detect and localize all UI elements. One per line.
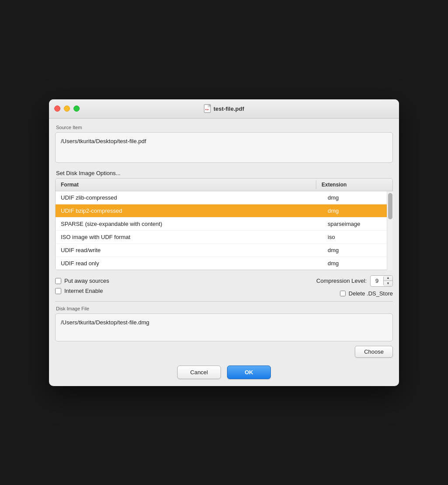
format-cell: UDIF bzip2-compressed xyxy=(56,204,322,217)
compression-stepper: 9 ▲ ▼ xyxy=(370,275,393,287)
format-cell: UDIF read only xyxy=(56,257,322,270)
format-cell: UDIF read/write xyxy=(56,244,322,257)
put-away-sources-input[interactable] xyxy=(55,278,61,284)
compression-value: 9 xyxy=(371,277,384,285)
put-away-sources-checkbox[interactable]: Put away sources xyxy=(55,278,224,284)
close-button[interactable] xyxy=(54,105,60,112)
table-row[interactable]: UDIF zlib-compressed dmg xyxy=(56,191,392,204)
maximize-button[interactable] xyxy=(74,105,80,112)
cancel-button[interactable]: Cancel xyxy=(177,366,221,379)
table-row[interactable]: UDIF bzip2-compressed dmg xyxy=(56,204,392,218)
window-title: test-file.pdf xyxy=(214,105,244,112)
checkbox-group: Put away sources Internet Enable xyxy=(55,278,224,294)
ext-cell: dmg xyxy=(322,244,392,257)
delete-ds-store-input[interactable] xyxy=(340,291,346,296)
titlebar-title: PDF test-file.pdf xyxy=(204,104,244,113)
ok-button[interactable]: OK xyxy=(227,366,271,379)
format-table-wrapper: Format Extension UDIF zlib-compressed dm… xyxy=(55,178,393,270)
table-row[interactable]: UDIF read only dmg xyxy=(56,257,392,270)
file-icon: PDF xyxy=(204,104,211,113)
disk-image-path: /Users/tkurita/Desktop/test-file.dmg xyxy=(61,319,149,326)
ext-cell: iso xyxy=(322,231,392,243)
compression-group: Compression Level: 9 ▲ ▼ xyxy=(316,275,393,287)
options-row: Put away sources Internet Enable Compres… xyxy=(55,275,393,297)
disk-image-file-box: /Users/tkurita/Desktop/test-file.dmg xyxy=(55,313,393,341)
stepper-buttons: ▲ ▼ xyxy=(384,276,392,286)
ext-cell: dmg xyxy=(322,204,392,217)
stepper-down-button[interactable]: ▼ xyxy=(384,281,392,286)
main-window: PDF test-file.pdf Source Item /Users/tku… xyxy=(49,99,399,386)
content: Source Item /Users/tkurita/Desktop/test-… xyxy=(49,119,399,386)
col-format-header: Format xyxy=(56,180,316,189)
col-extension-header: Extension xyxy=(316,180,386,189)
svg-rect-1 xyxy=(208,105,210,107)
set-disk-image-options-button[interactable]: Set Disk Image Options... xyxy=(55,168,121,178)
ext-cell: dmg xyxy=(322,257,392,270)
internet-enable-label: Internet Enable xyxy=(64,288,103,294)
format-table: Format Extension UDIF zlib-compressed dm… xyxy=(55,178,393,270)
internet-enable-checkbox[interactable]: Internet Enable xyxy=(55,288,224,294)
divider xyxy=(55,301,393,302)
table-row[interactable]: ISO image with UDF format iso xyxy=(56,231,392,244)
format-cell: ISO image with UDF format xyxy=(56,231,322,243)
ext-cell: dmg xyxy=(322,191,392,204)
compression-level-label: Compression Level: xyxy=(316,278,367,284)
svg-text:PDF: PDF xyxy=(205,109,209,111)
bottom-buttons: Cancel OK xyxy=(55,363,393,379)
ext-cell: sparseimage xyxy=(322,218,392,230)
minimize-button[interactable] xyxy=(64,105,70,112)
format-table-header: Format Extension xyxy=(56,179,392,191)
table-row[interactable]: UDIF read/write dmg xyxy=(56,244,392,257)
format-cell: SPARSE (size-expandable with content) xyxy=(56,218,322,230)
source-item-box: /Users/tkurita/Desktop/test-file.pdf xyxy=(55,132,393,163)
delete-ds-store-label: Delete .DS_Store xyxy=(349,290,393,297)
source-item-label: Source Item xyxy=(55,125,393,130)
format-cell: UDIF zlib-compressed xyxy=(56,191,322,204)
titlebar: PDF test-file.pdf xyxy=(49,99,399,119)
source-item-path: /Users/tkurita/Desktop/test-file.pdf xyxy=(61,138,146,144)
put-away-sources-label: Put away sources xyxy=(64,278,109,284)
delete-ds-store-checkbox[interactable]: Delete .DS_Store xyxy=(340,290,393,297)
format-table-body: UDIF zlib-compressed dmg UDIF bzip2-comp… xyxy=(56,191,392,270)
choose-button[interactable]: Choose xyxy=(355,346,393,358)
disk-image-file-label: Disk Image File xyxy=(55,306,393,311)
traffic-lights xyxy=(54,105,80,112)
scrollbar-track[interactable] xyxy=(387,191,393,270)
internet-enable-input[interactable] xyxy=(55,288,61,294)
stepper-up-button[interactable]: ▲ xyxy=(384,276,392,281)
table-row[interactable]: SPARSE (size-expandable with content) sp… xyxy=(56,218,392,231)
scrollbar-thumb[interactable] xyxy=(388,193,392,219)
